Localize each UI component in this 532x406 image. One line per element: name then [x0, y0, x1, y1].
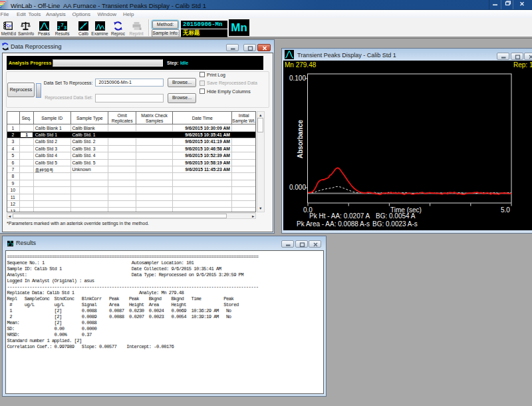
svg-text:3: 3	[64, 25, 66, 31]
svg-text:Cu: Cu	[7, 23, 11, 27]
svg-text:2: 2	[58, 25, 61, 31]
